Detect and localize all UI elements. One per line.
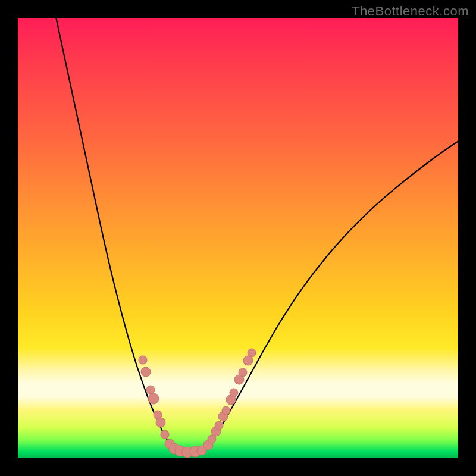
data-point [222, 406, 230, 415]
data-point [156, 418, 165, 427]
data-point [248, 349, 256, 357]
watermark-text: TheBottleneck.com [352, 4, 469, 19]
data-point [139, 356, 147, 364]
data-point [148, 393, 159, 404]
chart-frame: TheBottleneck.com [0, 0, 476, 476]
bottleneck-curve [18, 18, 458, 458]
data-point [146, 386, 155, 394]
data-point [141, 367, 151, 377]
scatter-dots [139, 349, 256, 458]
data-point [215, 421, 223, 430]
curve-left-branch [54, 18, 176, 450]
plot-area [18, 18, 458, 458]
curve-right-branch [203, 134, 458, 450]
data-point [161, 430, 169, 439]
data-point [230, 389, 238, 397]
data-point [239, 368, 247, 377]
